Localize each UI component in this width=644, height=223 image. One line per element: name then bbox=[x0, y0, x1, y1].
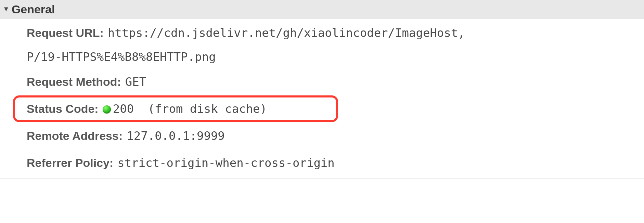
remote-address-label: Remote Address: bbox=[27, 127, 123, 145]
status-code-row-wrapper: Status Code: 200 (from disk cache) bbox=[27, 100, 644, 118]
status-code-label: Status Code: bbox=[27, 100, 99, 118]
general-content: Request URL:https://cdn.jsdelivr.net/gh/… bbox=[0, 19, 644, 179]
status-dot-icon bbox=[103, 105, 111, 114]
general-section-header[interactable]: ▼ General bbox=[0, 0, 644, 19]
section-title: General bbox=[12, 3, 55, 16]
remote-address-row: Remote Address: 127.0.0.1:9999 bbox=[27, 127, 644, 145]
status-code-row: Status Code: 200 (from disk cache) bbox=[27, 100, 644, 118]
request-url-row: Request URL:https://cdn.jsdelivr.net/gh/… bbox=[27, 26, 540, 64]
request-url-value-line2: P/19-HTTPS%E4%B8%8EHTTP.png bbox=[27, 50, 540, 64]
request-method-label: Request Method: bbox=[27, 73, 121, 91]
referrer-policy-value: strict-origin-when-cross-origin bbox=[117, 154, 335, 172]
request-url-label: Request URL: bbox=[27, 26, 104, 39]
referrer-policy-row: Referrer Policy: strict-origin-when-cros… bbox=[27, 154, 644, 172]
request-method-value: GET bbox=[125, 73, 146, 91]
status-code-hint: (from disk cache) bbox=[134, 100, 267, 118]
referrer-policy-label: Referrer Policy: bbox=[27, 154, 113, 172]
status-code-value: 200 bbox=[113, 100, 134, 118]
request-method-row: Request Method: GET bbox=[27, 73, 644, 91]
remote-address-value: 127.0.0.1:9999 bbox=[127, 127, 225, 145]
request-url-value-line1: https://cdn.jsdelivr.net/gh/xiaolincoder… bbox=[108, 26, 465, 40]
chevron-down-icon: ▼ bbox=[3, 5, 10, 12]
